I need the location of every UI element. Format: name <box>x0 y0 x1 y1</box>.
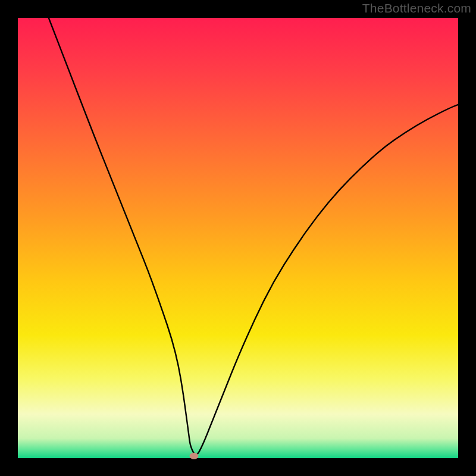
bottleneck-chart <box>0 0 476 476</box>
optimal-point-marker <box>190 453 199 459</box>
chart-plot-area <box>18 18 458 458</box>
chart-container: TheBottleneck.com <box>0 0 476 476</box>
watermark-text: TheBottleneck.com <box>362 1 471 15</box>
